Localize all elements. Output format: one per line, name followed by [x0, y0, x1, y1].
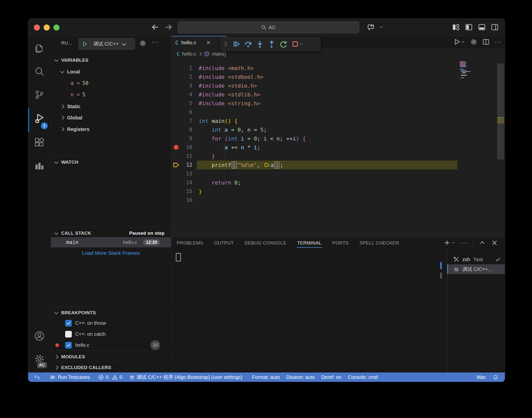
close-tab-icon[interactable]: [206, 40, 211, 45]
run-file-icon[interactable]: [453, 38, 461, 46]
notifications-bell[interactable]: [493, 374, 498, 380]
back-arrow-icon[interactable]: [151, 23, 159, 31]
forward-arrow-icon[interactable]: [164, 23, 173, 31]
run-debug-icon[interactable]: [34, 113, 45, 124]
load-more-stack-frames-link[interactable]: Load More Stack Frames: [51, 247, 171, 259]
code-line[interactable]: 14 return 0;: [171, 178, 505, 187]
deref-status[interactable]: Deref: on: [321, 374, 341, 380]
terminal-item-zsh[interactable]: zsh Task: [447, 255, 505, 264]
tab-spell-checker[interactable]: SPELL CHECKER: [359, 238, 400, 248]
variables-static-group[interactable]: Static: [51, 101, 171, 112]
code-line[interactable]: 16: [171, 196, 505, 205]
extensions-icon[interactable]: [34, 137, 45, 147]
code-line[interactable]: 10 a += n * i;: [171, 143, 505, 152]
checkbox-checked[interactable]: [65, 320, 72, 326]
checkbox-unchecked[interactable]: [65, 331, 72, 337]
variables-section-header[interactable]: VARIABLES: [51, 55, 171, 66]
tab-hello-c[interactable]: C hello.c: [171, 36, 227, 49]
terminal-item-debug[interactable]: 调试 C/C++...: [447, 264, 505, 274]
tab-debug-console[interactable]: DEBUG CONSOLE: [244, 238, 287, 248]
debug-settings-gear-icon[interactable]: [139, 40, 146, 47]
new-terminal-chevron-icon[interactable]: [451, 241, 455, 245]
breadcrumb-file[interactable]: hello.c: [182, 51, 196, 57]
remote-indicator[interactable]: [34, 374, 40, 380]
variables-global-group[interactable]: Global: [51, 112, 171, 123]
code-line[interactable]: 11 }: [171, 152, 505, 161]
problems-indicator[interactable]: 0 0: [98, 374, 122, 380]
debug-config-status[interactable]: 调试 C/C++ 程序 (Algo Bootstrap) (user setti…: [129, 374, 242, 381]
run-testcases-button[interactable]: Run Testcases: [50, 374, 90, 380]
new-terminal-icon[interactable]: [444, 239, 450, 246]
start-debug-icon[interactable]: [82, 41, 88, 47]
account-icon[interactable]: [34, 331, 45, 341]
code-line[interactable]: 12 printf("%d\n", a);: [171, 161, 505, 169]
panel-more-actions-icon[interactable]: ···: [461, 240, 468, 246]
drag-grip-icon[interactable]: [223, 40, 229, 48]
debug-launch-dropdown[interactable]: 调试 C/C++: [79, 38, 135, 50]
continue-icon[interactable]: [232, 40, 240, 48]
editor-scrollbar[interactable]: [497, 63, 504, 159]
tab-ports[interactable]: PORTS: [332, 238, 349, 248]
command-center-search[interactable]: AC: [178, 21, 359, 33]
code-line[interactable]: 5#include <string.h>: [171, 99, 505, 108]
modules-section-header[interactable]: MODULES: [51, 351, 171, 362]
toggle-primary-sidebar-icon[interactable]: [465, 23, 473, 31]
code-line[interactable]: 13: [171, 169, 505, 178]
os-indicator[interactable]: Mac: [477, 374, 486, 380]
disasm-status[interactable]: Disasm: auto: [286, 374, 315, 380]
editor-gear-icon[interactable]: [470, 38, 477, 46]
split-editor-icon[interactable]: [482, 38, 490, 46]
minimize-traffic-light[interactable]: [44, 24, 50, 31]
source-control-icon[interactable]: [34, 89, 45, 100]
step-into-icon[interactable]: [256, 40, 264, 48]
toggle-panel-icon[interactable]: [478, 23, 486, 31]
search-icon[interactable]: [34, 66, 45, 77]
code-line[interactable]: 4#include <stdlib.h>: [171, 90, 505, 99]
variables-registers-group[interactable]: Registers: [51, 124, 171, 135]
code-lines[interactable]: 1#include <math.h>2#include <stdbool.h>3…: [171, 64, 505, 205]
customize-layout-icon[interactable]: [452, 23, 460, 31]
debug-current-step-icon[interactable]: [171, 162, 181, 168]
restart-icon[interactable]: [279, 40, 287, 48]
stop-chevron-icon[interactable]: [299, 42, 303, 46]
copilot-chat-icon[interactable]: [367, 23, 375, 31]
copilot-chevron-icon[interactable]: [379, 23, 384, 31]
minimap[interactable]: [460, 61, 492, 81]
stop-icon[interactable]: [291, 40, 299, 48]
code-line[interactable]: 9 for (int i = 0; i < n; ++i) {: [171, 134, 505, 143]
step-out-icon[interactable]: [268, 40, 276, 48]
watch-section-header[interactable]: WATCH: [51, 157, 171, 168]
terminal-cursor[interactable]: [176, 253, 181, 261]
more-actions-icon[interactable]: ···: [152, 38, 159, 45]
format-status[interactable]: Format: auto: [252, 374, 280, 380]
breakpoints-section-header[interactable]: BREAKPOINTS: [51, 307, 171, 318]
excluded-callers-section-header[interactable]: EXCLUDED CALLERS: [51, 362, 171, 372]
variable-row[interactable]: a = 50: [51, 78, 171, 89]
breakpoint-row[interactable]: C++: on catch: [51, 328, 171, 340]
stack-frame-row[interactable]: main hello.c 12:20: [51, 237, 171, 247]
code-line[interactable]: 1#include <math.h>: [171, 64, 505, 72]
breadcrumb-symbol[interactable]: main(): [212, 51, 226, 57]
tab-problems[interactable]: PROBLEMS: [176, 238, 204, 248]
editor-more-actions-icon[interactable]: ···: [495, 38, 502, 45]
run-chevron-icon[interactable]: [461, 40, 465, 44]
variables-local-group[interactable]: Local: [51, 66, 171, 77]
code-line[interactable]: 15}: [171, 187, 505, 196]
console-status[interactable]: Console: cmd: [348, 374, 378, 380]
step-over-icon[interactable]: [244, 40, 252, 48]
code-line[interactable]: 6: [171, 108, 505, 116]
maximize-panel-icon[interactable]: [479, 239, 486, 246]
checkbox-checked[interactable]: [65, 342, 72, 348]
explorer-icon[interactable]: [34, 43, 45, 54]
code-line[interactable]: 3#include <stdio.h>: [171, 81, 505, 90]
code-line[interactable]: 2#include <stdbool.h>: [171, 72, 505, 81]
breakpoint-icon[interactable]: [171, 145, 181, 150]
breakpoint-row[interactable]: hello.c 10: [51, 339, 171, 351]
bar-chart-icon[interactable]: [34, 160, 45, 171]
toggle-secondary-sidebar-icon[interactable]: [491, 23, 499, 31]
breakpoint-row[interactable]: C++: on throw: [51, 317, 171, 329]
variable-row[interactable]: n = 5: [51, 89, 171, 100]
tab-output[interactable]: OUTPUT: [214, 238, 234, 248]
code-line[interactable]: 8 int a = 0, n = 5;: [171, 125, 505, 134]
close-panel-icon[interactable]: [491, 239, 498, 246]
